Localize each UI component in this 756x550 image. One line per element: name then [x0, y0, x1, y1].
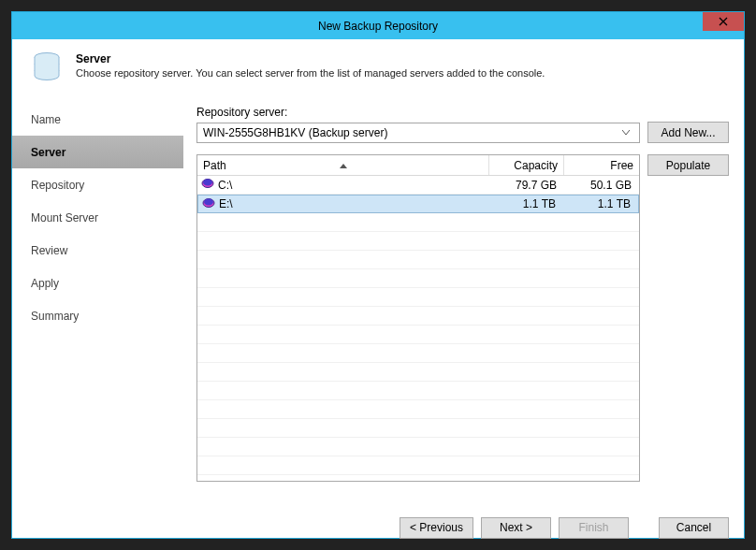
close-button[interactable] [703, 12, 744, 31]
empty-row [197, 232, 639, 251]
sidebar-item-server[interactable]: Server [12, 136, 183, 168]
titlebar[interactable]: New Backup Repository [12, 12, 744, 39]
table-row[interactable]: E:\1.1 TB1.1 TB [197, 195, 639, 213]
svg-point-2 [203, 180, 212, 186]
empty-row [197, 326, 639, 344]
table-header: Path Capacity Free [197, 155, 639, 176]
drive-capacity: 79.7 GB [489, 179, 564, 192]
table-body: C:\79.7 GB50.1 GBE:\1.1 TB1.1 TB [197, 176, 639, 481]
header-title: Server [76, 52, 545, 65]
drive-path: C:\ [218, 179, 232, 192]
empty-row [197, 288, 639, 307]
database-icon [31, 51, 63, 85]
disk-icon [201, 178, 214, 192]
window-title: New Backup Repository [318, 20, 438, 33]
main-panel: Repository server: WIN-2555G8HB1KV (Back… [183, 94, 744, 504]
finish-button: Finish [559, 517, 629, 539]
drive-free: 1.1 TB [563, 197, 638, 210]
header-description: Choose repository server. You can select… [76, 67, 545, 79]
empty-row [197, 400, 639, 419]
next-button[interactable]: Next > [481, 517, 551, 539]
empty-row [197, 307, 639, 326]
empty-row [197, 269, 639, 288]
drive-capacity: 1.1 TB [488, 197, 563, 210]
empty-row [197, 382, 639, 400]
sidebar-item-label: Server [31, 146, 65, 159]
empty-row [197, 363, 639, 382]
wizard-footer: < Previous Next > Finish Cancel [12, 504, 744, 550]
server-select[interactable]: WIN-2555G8HB1KV (Backup server) [196, 123, 640, 143]
sidebar-item-label: Review [31, 244, 67, 257]
disk-icon [202, 197, 215, 211]
table-row[interactable]: C:\79.7 GB50.1 GB [197, 176, 639, 195]
server-select-value: WIN-2555G8HB1KV (Backup server) [203, 126, 387, 139]
drive-table: Path Capacity Free C:\79.7 GB50.1 GBE:\ [196, 154, 640, 482]
empty-row [197, 344, 639, 363]
sort-asc-icon [340, 158, 347, 171]
close-icon [719, 17, 728, 26]
svg-point-4 [204, 198, 213, 205]
sidebar-item-name[interactable]: Name [12, 103, 183, 136]
sidebar-item-label: Summary [31, 310, 79, 323]
empty-row [197, 213, 639, 232]
column-path[interactable]: Path [197, 155, 489, 175]
add-new-button[interactable]: Add New... [647, 122, 729, 143]
column-free[interactable]: Free [564, 155, 639, 175]
drive-path: E:\ [219, 197, 233, 210]
cancel-button[interactable]: Cancel [659, 517, 729, 539]
empty-row [197, 456, 639, 475]
sidebar-item-label: Name [31, 113, 61, 126]
wizard-header: Server Choose repository server. You can… [12, 39, 744, 94]
column-capacity[interactable]: Capacity [489, 155, 564, 175]
dialog-window: New Backup Repository Server Choose repo… [11, 11, 745, 539]
sidebar-item-repository[interactable]: Repository [12, 168, 183, 201]
empty-row [197, 251, 639, 269]
drive-free: 50.1 GB [564, 179, 639, 192]
sidebar-item-summary[interactable]: Summary [12, 299, 183, 332]
sidebar-item-label: Repository [31, 179, 84, 192]
sidebar-item-label: Mount Server [31, 211, 98, 224]
sidebar-item-apply[interactable]: Apply [12, 267, 183, 299]
sidebar-item-mount-server[interactable]: Mount Server [12, 201, 183, 234]
empty-row [197, 419, 639, 438]
sidebar-item-label: Apply [31, 277, 59, 290]
empty-row [197, 438, 639, 456]
wizard-steps: NameServerRepositoryMount ServerReviewAp… [12, 94, 183, 504]
previous-button[interactable]: < Previous [400, 517, 473, 539]
chevron-down-icon [618, 130, 633, 136]
server-label: Repository server: [196, 106, 729, 119]
sidebar-item-review[interactable]: Review [12, 234, 183, 267]
populate-button[interactable]: Populate [647, 154, 729, 176]
